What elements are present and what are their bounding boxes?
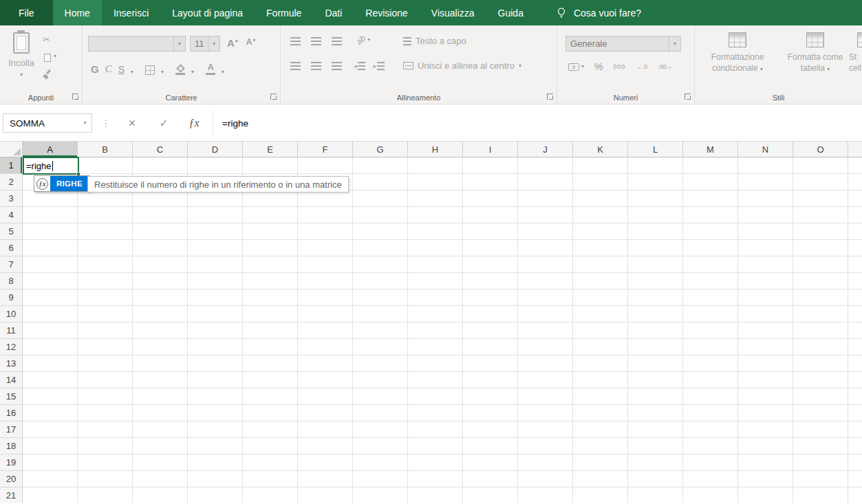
- formula-bar-resizer[interactable]: ⋮: [101, 105, 111, 142]
- row-cells-18[interactable]: [23, 438, 862, 454]
- tab-layout-di-pagina[interactable]: Layout di pagina: [160, 0, 255, 25]
- row-header-16[interactable]: 16: [0, 405, 23, 421]
- conditional-formatting-button[interactable]: Formattazione condizionale ▾: [699, 32, 776, 74]
- cell-styles-button[interactable]: St cell: [849, 32, 862, 74]
- row-header-13[interactable]: 13: [0, 355, 23, 372]
- row-header-21[interactable]: 21: [0, 487, 23, 503]
- row-cells-9[interactable]: [23, 289, 862, 306]
- name-box[interactable]: SOMMA ▾: [3, 113, 92, 133]
- column-header-j[interactable]: J: [518, 142, 573, 157]
- column-header-f[interactable]: F: [298, 142, 353, 157]
- column-header-o[interactable]: O: [793, 142, 848, 157]
- column-header-i[interactable]: I: [463, 142, 518, 157]
- tab-guida[interactable]: Guida: [486, 0, 535, 25]
- row-header-3[interactable]: 3: [0, 190, 23, 207]
- row-header-2[interactable]: 2: [0, 174, 23, 190]
- align-middle-button[interactable]: [311, 37, 321, 45]
- font-color-button[interactable]: A: [206, 63, 215, 75]
- tab-home[interactable]: Home: [53, 0, 102, 25]
- row-cells-7[interactable]: [23, 256, 862, 273]
- column-header-d[interactable]: D: [188, 142, 243, 157]
- column-header-e[interactable]: E: [243, 142, 298, 157]
- column-header-b[interactable]: B: [78, 142, 133, 157]
- tell-me-search[interactable]: Cosa vuoi fare?: [556, 0, 641, 25]
- row-cells-13[interactable]: [23, 355, 862, 372]
- copy-button[interactable]: ▾: [43, 51, 56, 62]
- column-header-h[interactable]: H: [408, 142, 463, 157]
- shrink-font-button[interactable]: A▾: [246, 37, 256, 47]
- alignment-dialog-launcher-icon[interactable]: [547, 94, 553, 100]
- tab-visualizza[interactable]: Visualizza: [420, 0, 486, 25]
- number-dialog-launcher-icon[interactable]: [685, 94, 691, 100]
- font-color-caret-icon[interactable]: ▾: [222, 69, 224, 75]
- row-header-17[interactable]: 17: [0, 421, 23, 438]
- select-all-corner[interactable]: [0, 142, 23, 157]
- increase-indent-button[interactable]: ▸: [374, 62, 385, 70]
- row-header-11[interactable]: 11: [0, 322, 23, 339]
- accounting-format-button[interactable]: ▾: [568, 63, 584, 71]
- comma-style-button[interactable]: 000: [613, 63, 625, 70]
- active-cell-a1[interactable]: =righe: [23, 157, 79, 175]
- column-header-g[interactable]: G: [353, 142, 408, 157]
- align-bottom-button[interactable]: [332, 37, 342, 45]
- row-header-14[interactable]: 14: [0, 372, 23, 388]
- row-header-18[interactable]: 18: [0, 438, 23, 454]
- row-cells-20[interactable]: [23, 471, 862, 487]
- row-cells-17[interactable]: [23, 421, 862, 438]
- tab-file[interactable]: File: [0, 0, 53, 25]
- column-header-m[interactable]: M: [683, 142, 738, 157]
- wrap-text-button[interactable]: Testo a capo: [403, 36, 466, 46]
- column-header-k[interactable]: K: [573, 142, 628, 157]
- paste-button[interactable]: Incolla ▾: [4, 31, 39, 78]
- format-painter-button[interactable]: [43, 68, 56, 79]
- underline-button[interactable]: S: [118, 64, 125, 75]
- font-name-combo[interactable]: ▾: [88, 36, 186, 52]
- column-header-n[interactable]: N: [738, 142, 793, 157]
- borders-icon[interactable]: [145, 65, 155, 75]
- align-top-button[interactable]: [290, 37, 301, 45]
- row-header-20[interactable]: 20: [0, 471, 23, 487]
- cut-button[interactable]: ✂: [43, 34, 56, 45]
- decrease-decimal-button[interactable]: .00→: [658, 63, 673, 70]
- italic-button[interactable]: C: [105, 63, 112, 75]
- tab-inserisci[interactable]: Inserisci: [102, 0, 160, 25]
- number-format-combo[interactable]: Generale ▾: [565, 36, 681, 52]
- align-right-button[interactable]: [332, 62, 342, 70]
- row-cells-11[interactable]: [23, 322, 862, 339]
- row-cells-15[interactable]: [23, 388, 862, 405]
- row-cells-1[interactable]: [23, 157, 862, 174]
- tab-formule[interactable]: Formule: [255, 0, 313, 25]
- autocomplete-item-righe[interactable]: RIGHE: [50, 176, 89, 191]
- increase-decimal-button[interactable]: ←.0: [636, 63, 648, 70]
- row-header-6[interactable]: 6: [0, 240, 23, 256]
- row-header-1[interactable]: 1: [0, 157, 23, 174]
- row-header-10[interactable]: 10: [0, 306, 23, 322]
- font-size-combo[interactable]: 11 ▾: [190, 36, 220, 52]
- name-box-dropdown[interactable]: ▾: [78, 114, 91, 132]
- font-size-dropdown[interactable]: ▾: [208, 36, 219, 51]
- row-header-5[interactable]: 5: [0, 223, 23, 240]
- row-cells-5[interactable]: [23, 223, 862, 240]
- column-header-a[interactable]: A: [23, 142, 78, 157]
- grow-font-button[interactable]: A▴: [227, 37, 238, 49]
- number-format-dropdown[interactable]: ▾: [669, 36, 680, 51]
- font-name-dropdown[interactable]: ▾: [173, 36, 185, 51]
- orientation-button[interactable]: ab ▾: [356, 35, 370, 45]
- decrease-indent-button[interactable]: ◂: [354, 62, 365, 70]
- row-cells-12[interactable]: [23, 339, 862, 355]
- row-header-19[interactable]: 19: [0, 454, 23, 471]
- fill-color-button[interactable]: [175, 64, 185, 75]
- column-header-c[interactable]: C: [133, 142, 188, 157]
- percent-style-button[interactable]: %: [594, 61, 603, 72]
- row-cells-21[interactable]: [23, 487, 862, 503]
- formula-input[interactable]: =righe: [222, 105, 248, 142]
- row-cells-16[interactable]: [23, 405, 862, 421]
- bold-button[interactable]: G: [91, 63, 99, 75]
- cancel-button[interactable]: ×: [122, 105, 142, 142]
- clipboard-dialog-launcher-icon[interactable]: [72, 94, 78, 100]
- row-header-15[interactable]: 15: [0, 388, 23, 405]
- enter-button[interactable]: ✓: [153, 105, 174, 142]
- row-header-8[interactable]: 8: [0, 273, 23, 289]
- fill-color-caret-icon[interactable]: ▾: [191, 69, 194, 75]
- row-cells-4[interactable]: [23, 207, 862, 223]
